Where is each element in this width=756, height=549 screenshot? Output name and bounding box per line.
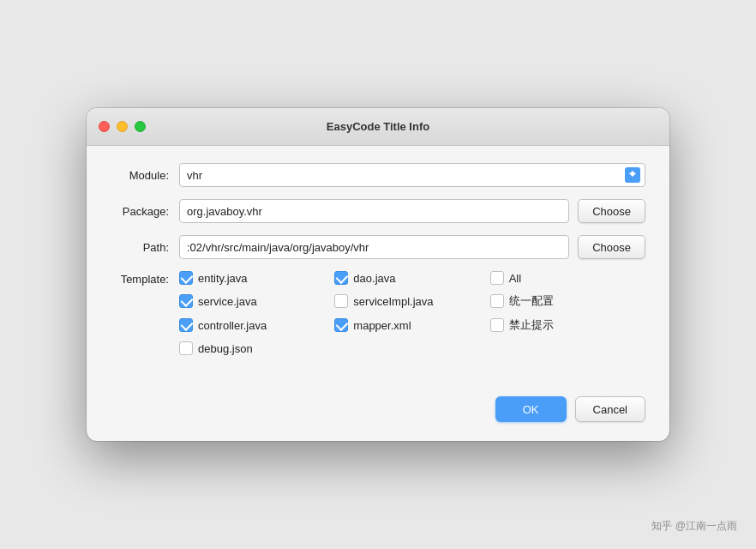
template-item-entity: entity.java [179, 271, 334, 285]
template-item-mapper-label: mapper.xml [353, 319, 411, 332]
template-item-unified-label: 统一配置 [509, 293, 554, 309]
module-select[interactable]: vhr [179, 163, 645, 187]
template-label: Template: [111, 271, 179, 286]
template-item-all: All [490, 271, 645, 285]
template-item-unified: 统一配置 [490, 293, 645, 309]
titlebar: EasyCode Title Info [87, 108, 669, 146]
template-item-debug-label: debug.json [198, 342, 253, 355]
checkbox-dao[interactable] [334, 271, 348, 285]
cancel-button[interactable]: Cancel [575, 396, 645, 422]
checkbox-mapper[interactable] [334, 318, 348, 332]
checkbox-unified[interactable] [490, 294, 504, 308]
titlebar-buttons [99, 121, 146, 132]
template-item-mapper: mapper.xml [334, 317, 489, 333]
maximize-button[interactable] [135, 121, 146, 132]
module-label: Module: [111, 169, 179, 182]
ok-button[interactable]: OK [495, 396, 567, 422]
checkbox-controller[interactable] [179, 318, 193, 332]
package-row: Package: Choose [111, 199, 645, 223]
dialog: EasyCode Title Info Module: vhr Package:… [87, 108, 669, 441]
package-input[interactable] [179, 199, 569, 223]
checkbox-service[interactable] [179, 294, 193, 308]
template-item-serviceimpl-label: serviceImpl.java [353, 295, 433, 308]
checkbox-serviceimpl[interactable] [334, 294, 348, 308]
footer: OK Cancel [87, 384, 669, 441]
close-button[interactable] [99, 121, 110, 132]
template-grid: entity.java dao.java All service.java [179, 271, 645, 355]
module-row: Module: vhr [111, 163, 645, 187]
module-select-wrapper: vhr [179, 163, 645, 187]
template-item-debug: debug.json [179, 341, 334, 355]
template-row: Template: entity.java dao.java All [111, 271, 645, 355]
checkbox-disable[interactable] [490, 318, 504, 332]
template-item-entity-label: entity.java [198, 272, 248, 285]
template-item-controller-label: controller.java [198, 319, 267, 332]
template-item-dao: dao.java [334, 271, 489, 285]
template-item-dao-label: dao.java [353, 272, 395, 285]
path-input[interactable] [179, 235, 569, 259]
template-item-all-label: All [509, 272, 521, 285]
path-choose-button[interactable]: Choose [578, 235, 645, 259]
checkbox-entity[interactable] [179, 271, 193, 285]
template-item-disable: 禁止提示 [490, 317, 645, 333]
watermark: 知乎 @江南一点雨 [651, 519, 737, 534]
template-item-serviceimpl: serviceImpl.java [334, 293, 489, 309]
template-item-disable-label: 禁止提示 [509, 317, 554, 333]
dialog-title: EasyCode Title Info [327, 120, 429, 133]
template-item-service-label: service.java [198, 295, 257, 308]
template-item-service: service.java [179, 293, 334, 309]
template-item-controller: controller.java [179, 317, 334, 333]
package-label: Package: [111, 205, 179, 218]
checkbox-all[interactable] [490, 271, 504, 285]
path-label: Path: [111, 241, 179, 254]
checkbox-debug[interactable] [179, 341, 193, 355]
dialog-body: Module: vhr Package: Choose Path: Choose… [87, 146, 669, 384]
path-row: Path: Choose [111, 235, 645, 259]
package-choose-button[interactable]: Choose [578, 199, 645, 223]
minimize-button[interactable] [117, 121, 128, 132]
